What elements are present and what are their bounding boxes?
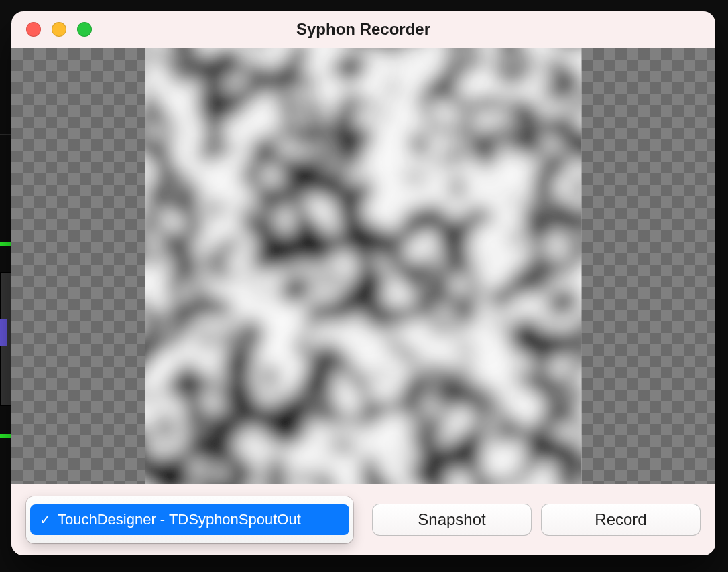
minimize-icon[interactable] [52, 22, 66, 37]
snapshot-button-label: Snapshot [418, 510, 485, 529]
source-dropdown[interactable]: ✓ TouchDesigner - TDSyphonSpoutOut [26, 496, 353, 543]
fullscreen-icon[interactable] [77, 22, 92, 37]
preview-area [11, 48, 715, 484]
toolbar: ✓ TouchDesigner - TDSyphonSpoutOut Snaps… [11, 484, 715, 555]
close-icon[interactable] [26, 22, 41, 37]
snapshot-button[interactable]: Snapshot [372, 504, 532, 536]
checkmark-icon: ✓ [40, 513, 51, 526]
source-selected-item[interactable]: ✓ TouchDesigner - TDSyphonSpoutOut [30, 504, 349, 535]
titlebar[interactable]: Syphon Recorder [11, 11, 715, 48]
record-button[interactable]: Record [541, 504, 701, 536]
syphon-source-preview [145, 48, 582, 484]
window-controls [11, 22, 92, 37]
syphon-recorder-window: Syphon Recorder [11, 11, 715, 555]
window-title: Syphon Recorder [11, 20, 715, 39]
svg-rect-2 [145, 48, 582, 484]
record-button-label: Record [595, 510, 646, 529]
source-selected-label: TouchDesigner - TDSyphonSpoutOut [58, 511, 301, 528]
